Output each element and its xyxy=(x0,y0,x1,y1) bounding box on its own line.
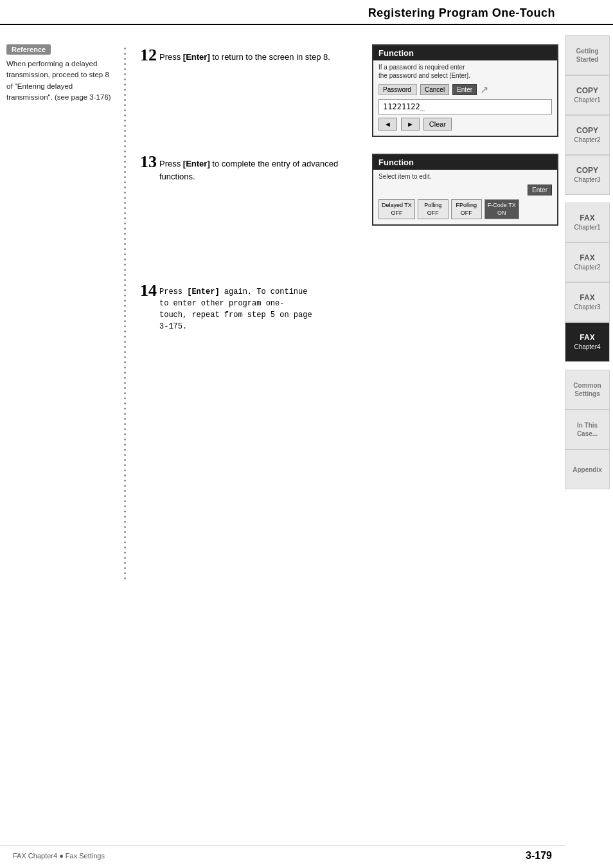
screen1-controls: ◄ ► Clear xyxy=(378,118,552,131)
dot xyxy=(124,135,126,137)
screen2-option-fpolling[interactable]: FPollingOFF xyxy=(451,199,482,219)
dot xyxy=(124,341,126,343)
dot xyxy=(124,315,126,317)
dot xyxy=(124,346,126,348)
dot xyxy=(124,181,126,183)
dot xyxy=(124,418,126,420)
dot xyxy=(124,330,126,332)
screen2-enter-button[interactable]: Enter xyxy=(528,185,552,195)
screen1-left-arrow[interactable]: ◄ xyxy=(378,118,397,131)
step-13-row: 13 Press [Enter] to complete the entry o… xyxy=(140,154,362,183)
dot xyxy=(124,176,126,178)
footer-left: FAX Chapter4 ● Fax Settings xyxy=(13,852,105,860)
screen1-clear-button[interactable]: Clear xyxy=(423,118,452,131)
dot xyxy=(124,423,126,425)
dot xyxy=(124,351,126,353)
dot xyxy=(124,567,126,569)
reference-section: Reference When performing a delayed tran… xyxy=(6,44,119,579)
sidebar-tab-inthiscase[interactable]: In ThisCase... xyxy=(565,410,610,449)
sidebar-tab-fax4[interactable]: FAXChapter4 xyxy=(565,322,610,362)
dot xyxy=(124,68,126,70)
sidebar-tab-copy2[interactable]: COPYChapter2 xyxy=(565,115,610,155)
dot xyxy=(124,392,126,394)
screen1-password-display: 11221122_ xyxy=(378,99,552,114)
dot xyxy=(124,516,126,518)
dot xyxy=(124,217,126,219)
sidebar-tab-fax2[interactable]: FAXChapter2 xyxy=(565,242,610,282)
dot xyxy=(124,63,126,65)
dot xyxy=(124,264,126,266)
sidebar-tab-getting-started[interactable]: GettingStarted xyxy=(565,35,610,75)
page-number: 3-179 xyxy=(526,850,552,862)
dot xyxy=(124,274,126,276)
screen2-option-fcodetx[interactable]: F-Code TXON xyxy=(484,199,519,219)
step-14-number: 14 xyxy=(140,282,157,299)
screen2-option-delayedtx[interactable]: Delayed TXOFF xyxy=(378,199,415,219)
dot xyxy=(124,192,126,194)
dot xyxy=(124,197,126,199)
dot xyxy=(124,300,126,302)
dot xyxy=(124,552,126,554)
dot xyxy=(124,310,126,312)
dot xyxy=(124,557,126,559)
dot xyxy=(124,48,126,50)
dot xyxy=(124,269,126,271)
sidebar-tab-appendix[interactable]: Appendix xyxy=(565,449,610,489)
dot xyxy=(124,377,126,379)
screen2-enter-row: Enter xyxy=(378,185,552,195)
step-13-block: 13 Press [Enter] to complete the entry o… xyxy=(140,154,362,183)
dot xyxy=(124,485,126,487)
dot xyxy=(124,475,126,476)
dot xyxy=(124,428,126,430)
right-sidebar: GettingStarted COPYChapter1 COPYChapter2… xyxy=(565,0,613,868)
step-14-row: 14 Press [Enter] again. To continue to e… xyxy=(140,282,362,332)
dot xyxy=(124,320,126,322)
dot xyxy=(124,150,126,152)
dot-column xyxy=(124,48,126,579)
header-title: Registering Program One-Touch xyxy=(368,6,555,19)
dot xyxy=(124,336,126,338)
dot xyxy=(124,480,126,482)
screen2-option-polling[interactable]: PollingOFF xyxy=(418,199,449,219)
dot xyxy=(124,433,126,435)
sidebar-tab-common[interactable]: CommonSettings xyxy=(565,370,610,410)
screen1-cancel-button[interactable]: Cancel xyxy=(420,84,449,95)
dot xyxy=(124,84,126,86)
step-13-text: Press [Enter] to complete the entry of a… xyxy=(159,154,362,183)
sidebar-tab-fax1[interactable]: FAXChapter1 xyxy=(565,203,610,242)
screen1-enter-button[interactable]: Enter xyxy=(452,84,477,95)
dot xyxy=(124,145,126,147)
sidebar-tab-copy1[interactable]: COPYChapter1 xyxy=(565,75,610,115)
dot xyxy=(124,284,126,286)
dot xyxy=(124,212,126,214)
dot xyxy=(124,73,126,75)
screen2-options-row: Delayed TXOFF PollingOFF FPollingOFF F-C… xyxy=(378,199,552,219)
dot xyxy=(124,114,126,116)
dot xyxy=(124,356,126,358)
dot xyxy=(124,233,126,235)
reference-badge: Reference xyxy=(6,44,51,55)
dot xyxy=(124,109,126,111)
screen1-title: Function xyxy=(373,46,557,60)
dot xyxy=(124,253,126,255)
step-14-text: Press [Enter] again. To continue to ente… xyxy=(159,282,312,332)
step-12-number: 12 xyxy=(140,47,157,64)
function-screen-1: Function If a password is required enter… xyxy=(372,44,558,137)
screen1-right-arrow[interactable]: ► xyxy=(401,118,420,131)
dot xyxy=(124,171,126,173)
dot xyxy=(124,294,126,296)
dot xyxy=(124,511,126,512)
dot xyxy=(124,222,126,224)
sidebar-tab-copy3[interactable]: COPYChapter3 xyxy=(565,155,610,195)
dot xyxy=(124,186,126,188)
sidebar-tab-fax3[interactable]: FAXChapter3 xyxy=(565,282,610,322)
screen2-subtitle: Select item to edit. xyxy=(373,170,557,182)
step-14-block: 14 Press [Enter] again. To continue to e… xyxy=(140,282,362,332)
dot xyxy=(124,166,126,168)
dot xyxy=(124,408,126,410)
dot xyxy=(124,161,126,163)
screen2-title: Function xyxy=(373,155,557,170)
page-footer: FAX Chapter4 ● Fax Settings 3-179 xyxy=(0,845,565,862)
dot xyxy=(124,459,126,461)
page-header: Registering Program One-Touch xyxy=(0,0,613,25)
